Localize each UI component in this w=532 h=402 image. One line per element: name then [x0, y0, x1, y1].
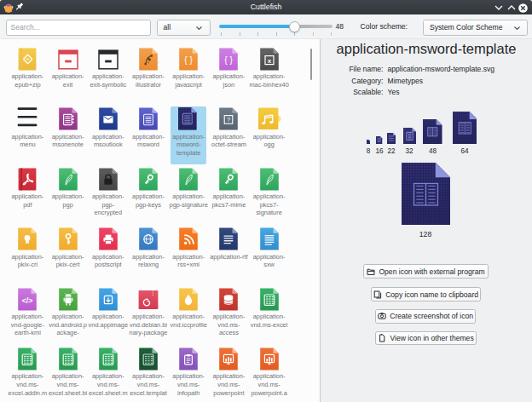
- svg-text:</>: </>: [22, 296, 32, 304]
- svg-text:?: ?: [227, 117, 231, 124]
- svg-text:x: x: [267, 57, 271, 65]
